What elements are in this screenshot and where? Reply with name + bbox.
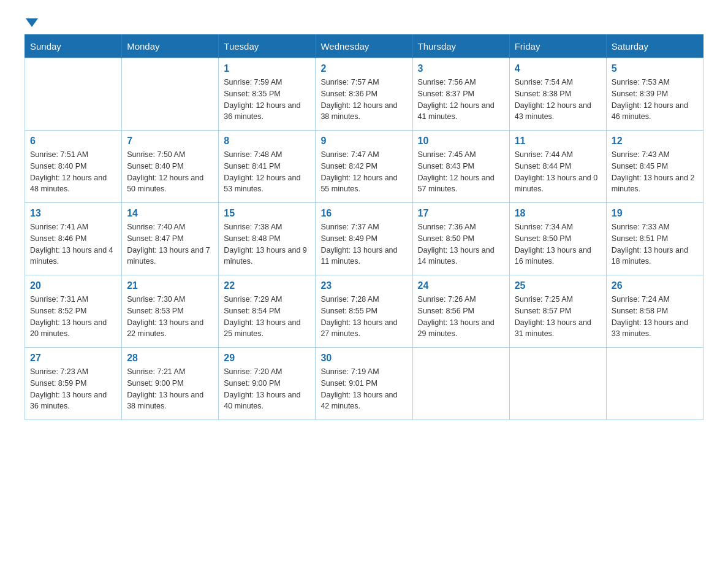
calendar-cell: 1Sunrise: 7:59 AMSunset: 8:35 PMDaylight… bbox=[219, 58, 316, 131]
day-number: 13 bbox=[30, 208, 116, 219]
day-number: 26 bbox=[612, 280, 698, 291]
day-info: Sunrise: 7:24 AMSunset: 8:58 PMDaylight:… bbox=[612, 294, 698, 340]
day-info: Sunrise: 7:59 AMSunset: 8:35 PMDaylight:… bbox=[224, 77, 310, 123]
calendar-cell: 27Sunrise: 7:23 AMSunset: 8:59 PMDayligh… bbox=[25, 348, 122, 420]
day-info: Sunrise: 7:57 AMSunset: 8:36 PMDaylight:… bbox=[320, 77, 407, 123]
day-info: Sunrise: 7:40 AMSunset: 8:47 PMDaylight:… bbox=[127, 221, 213, 267]
calendar-cell: 23Sunrise: 7:28 AMSunset: 8:55 PMDayligh… bbox=[316, 275, 412, 348]
calendar-cell: 5Sunrise: 7:53 AMSunset: 8:39 PMDaylight… bbox=[606, 58, 703, 131]
day-info: Sunrise: 7:38 AMSunset: 8:48 PMDaylight:… bbox=[224, 221, 310, 267]
calendar-cell: 21Sunrise: 7:30 AMSunset: 8:53 PMDayligh… bbox=[122, 275, 219, 348]
logo bbox=[25, 18, 38, 22]
day-info: Sunrise: 7:26 AMSunset: 8:56 PMDaylight:… bbox=[418, 294, 504, 340]
calendar-cell: 2Sunrise: 7:57 AMSunset: 8:36 PMDaylight… bbox=[316, 58, 412, 131]
day-number: 7 bbox=[127, 136, 213, 147]
day-number: 25 bbox=[515, 280, 601, 291]
calendar-week-row: 13Sunrise: 7:41 AMSunset: 8:46 PMDayligh… bbox=[25, 203, 703, 275]
day-number: 2 bbox=[320, 63, 407, 74]
day-number: 6 bbox=[30, 136, 116, 147]
calendar-cell: 11Sunrise: 7:44 AMSunset: 8:44 PMDayligh… bbox=[509, 131, 606, 203]
calendar-cell bbox=[122, 58, 219, 131]
day-number: 22 bbox=[224, 280, 310, 291]
day-number: 19 bbox=[612, 208, 698, 219]
day-info: Sunrise: 7:21 AMSunset: 9:00 PMDaylight:… bbox=[127, 366, 213, 412]
logo-triangle-icon bbox=[26, 18, 38, 27]
day-header-thursday: Thursday bbox=[412, 35, 509, 58]
day-info: Sunrise: 7:44 AMSunset: 8:44 PMDaylight:… bbox=[515, 149, 601, 195]
day-header-wednesday: Wednesday bbox=[316, 35, 412, 58]
day-number: 27 bbox=[30, 353, 116, 364]
day-number: 12 bbox=[612, 136, 698, 147]
day-header-sunday: Sunday bbox=[25, 35, 122, 58]
day-number: 9 bbox=[320, 136, 407, 147]
day-number: 15 bbox=[224, 208, 310, 219]
calendar-cell: 17Sunrise: 7:36 AMSunset: 8:50 PMDayligh… bbox=[412, 203, 509, 275]
calendar-cell: 12Sunrise: 7:43 AMSunset: 8:45 PMDayligh… bbox=[606, 131, 703, 203]
calendar-cell: 15Sunrise: 7:38 AMSunset: 8:48 PMDayligh… bbox=[219, 203, 316, 275]
day-number: 21 bbox=[127, 280, 213, 291]
calendar-cell: 24Sunrise: 7:26 AMSunset: 8:56 PMDayligh… bbox=[412, 275, 509, 348]
day-number: 8 bbox=[224, 136, 310, 147]
day-header-monday: Monday bbox=[122, 35, 219, 58]
day-number: 10 bbox=[418, 136, 504, 147]
calendar-cell: 28Sunrise: 7:21 AMSunset: 9:00 PMDayligh… bbox=[122, 348, 219, 420]
day-number: 28 bbox=[127, 353, 213, 364]
day-number: 4 bbox=[515, 63, 601, 74]
day-info: Sunrise: 7:23 AMSunset: 8:59 PMDaylight:… bbox=[30, 366, 116, 412]
day-info: Sunrise: 7:30 AMSunset: 8:53 PMDaylight:… bbox=[127, 294, 213, 340]
calendar-cell: 9Sunrise: 7:47 AMSunset: 8:42 PMDaylight… bbox=[316, 131, 412, 203]
day-header-friday: Friday bbox=[509, 35, 606, 58]
calendar-cell: 14Sunrise: 7:40 AMSunset: 8:47 PMDayligh… bbox=[122, 203, 219, 275]
day-info: Sunrise: 7:29 AMSunset: 8:54 PMDaylight:… bbox=[224, 294, 310, 340]
day-number: 16 bbox=[320, 208, 407, 219]
calendar-cell: 20Sunrise: 7:31 AMSunset: 8:52 PMDayligh… bbox=[25, 275, 122, 348]
calendar-cell: 7Sunrise: 7:50 AMSunset: 8:40 PMDaylight… bbox=[122, 131, 219, 203]
calendar-cell: 4Sunrise: 7:54 AMSunset: 8:38 PMDaylight… bbox=[509, 58, 606, 131]
day-info: Sunrise: 7:56 AMSunset: 8:37 PMDaylight:… bbox=[418, 77, 504, 123]
calendar-week-row: 27Sunrise: 7:23 AMSunset: 8:59 PMDayligh… bbox=[25, 348, 703, 420]
calendar-week-row: 6Sunrise: 7:51 AMSunset: 8:40 PMDaylight… bbox=[25, 131, 703, 203]
day-info: Sunrise: 7:51 AMSunset: 8:40 PMDaylight:… bbox=[30, 149, 116, 195]
day-header-saturday: Saturday bbox=[606, 35, 703, 58]
calendar-cell bbox=[606, 348, 703, 420]
calendar-cell: 13Sunrise: 7:41 AMSunset: 8:46 PMDayligh… bbox=[25, 203, 122, 275]
day-info: Sunrise: 7:48 AMSunset: 8:41 PMDaylight:… bbox=[224, 149, 310, 195]
calendar-cell: 26Sunrise: 7:24 AMSunset: 8:58 PMDayligh… bbox=[606, 275, 703, 348]
day-info: Sunrise: 7:37 AMSunset: 8:49 PMDaylight:… bbox=[320, 221, 407, 267]
day-number: 20 bbox=[30, 280, 116, 291]
day-info: Sunrise: 7:34 AMSunset: 8:50 PMDaylight:… bbox=[515, 221, 601, 267]
calendar-cell: 25Sunrise: 7:25 AMSunset: 8:57 PMDayligh… bbox=[509, 275, 606, 348]
day-number: 14 bbox=[127, 208, 213, 219]
page-header bbox=[25, 18, 703, 22]
day-number: 17 bbox=[418, 208, 504, 219]
day-number: 18 bbox=[515, 208, 601, 219]
day-info: Sunrise: 7:28 AMSunset: 8:55 PMDaylight:… bbox=[320, 294, 407, 340]
day-number: 23 bbox=[320, 280, 407, 291]
day-number: 11 bbox=[515, 136, 601, 147]
day-number: 30 bbox=[320, 353, 407, 364]
day-info: Sunrise: 7:25 AMSunset: 8:57 PMDaylight:… bbox=[515, 294, 601, 340]
calendar-cell: 22Sunrise: 7:29 AMSunset: 8:54 PMDayligh… bbox=[219, 275, 316, 348]
day-info: Sunrise: 7:19 AMSunset: 9:01 PMDaylight:… bbox=[320, 366, 407, 412]
calendar-cell bbox=[509, 348, 606, 420]
day-info: Sunrise: 7:50 AMSunset: 8:40 PMDaylight:… bbox=[127, 149, 213, 195]
day-info: Sunrise: 7:33 AMSunset: 8:51 PMDaylight:… bbox=[612, 221, 698, 267]
calendar-cell: 16Sunrise: 7:37 AMSunset: 8:49 PMDayligh… bbox=[316, 203, 412, 275]
calendar-cell: 10Sunrise: 7:45 AMSunset: 8:43 PMDayligh… bbox=[412, 131, 509, 203]
day-info: Sunrise: 7:53 AMSunset: 8:39 PMDaylight:… bbox=[612, 77, 698, 123]
calendar-table: SundayMondayTuesdayWednesdayThursdayFrid… bbox=[25, 34, 703, 420]
day-info: Sunrise: 7:20 AMSunset: 9:00 PMDaylight:… bbox=[224, 366, 310, 412]
calendar-cell bbox=[25, 58, 122, 131]
calendar-cell: 30Sunrise: 7:19 AMSunset: 9:01 PMDayligh… bbox=[316, 348, 412, 420]
day-number: 1 bbox=[224, 63, 310, 74]
day-number: 3 bbox=[418, 63, 504, 74]
day-info: Sunrise: 7:54 AMSunset: 8:38 PMDaylight:… bbox=[515, 77, 601, 123]
day-info: Sunrise: 7:45 AMSunset: 8:43 PMDaylight:… bbox=[418, 149, 504, 195]
day-info: Sunrise: 7:47 AMSunset: 8:42 PMDaylight:… bbox=[320, 149, 407, 195]
calendar-cell: 19Sunrise: 7:33 AMSunset: 8:51 PMDayligh… bbox=[606, 203, 703, 275]
day-info: Sunrise: 7:43 AMSunset: 8:45 PMDaylight:… bbox=[612, 149, 698, 195]
day-info: Sunrise: 7:36 AMSunset: 8:50 PMDaylight:… bbox=[418, 221, 504, 267]
day-info: Sunrise: 7:41 AMSunset: 8:46 PMDaylight:… bbox=[30, 221, 116, 267]
day-number: 5 bbox=[612, 63, 698, 74]
calendar-week-row: 1Sunrise: 7:59 AMSunset: 8:35 PMDaylight… bbox=[25, 58, 703, 131]
